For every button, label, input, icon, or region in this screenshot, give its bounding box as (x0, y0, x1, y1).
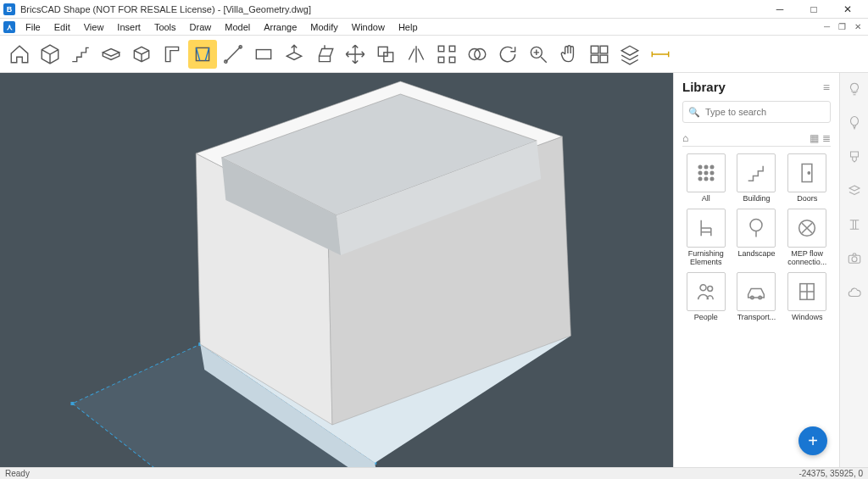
minimize-button[interactable]: ─ (763, 0, 797, 19)
components-icon[interactable] (585, 40, 614, 69)
library-item-landscape[interactable]: Landscape (733, 209, 781, 267)
svg-rect-14 (600, 46, 608, 53)
library-item-all[interactable]: All (682, 153, 730, 203)
svg-rect-9 (449, 57, 455, 63)
chair-icon (687, 209, 726, 248)
menu-draw[interactable]: Draw (183, 20, 219, 34)
camera-icon[interactable] (845, 249, 864, 268)
doc-icon: ⋏ (3, 21, 15, 33)
svg-point-36 (698, 177, 702, 181)
grid-icon (687, 153, 726, 192)
mirror-icon[interactable] (402, 40, 431, 69)
box-icon[interactable] (127, 40, 156, 69)
menu-edit[interactable]: Edit (47, 20, 77, 34)
svg-point-44 (708, 286, 713, 291)
cube-iso-icon[interactable] (36, 40, 64, 69)
svg-point-40 (808, 172, 810, 174)
circle-cross-icon (787, 209, 826, 248)
library-item-building[interactable]: Building (733, 153, 781, 203)
rotate-icon[interactable] (493, 40, 522, 69)
svg-point-33 (698, 171, 702, 175)
extrude-icon[interactable] (310, 40, 339, 69)
titlebar: B BricsCAD Shape (NOT FOR RESALE License… (0, 0, 868, 19)
viewport-3d[interactable]: 4800 2750 (0, 73, 673, 467)
library-title: Library (682, 80, 726, 94)
svg-point-50 (852, 257, 857, 262)
menu-help[interactable]: Help (392, 20, 425, 34)
window-icon (787, 272, 826, 311)
svg-rect-18 (70, 402, 74, 405)
status-coords: -24375, 35925, 0 (798, 469, 863, 478)
menu-tools[interactable]: Tools (147, 20, 183, 34)
slab-icon[interactable] (97, 40, 125, 69)
svg-rect-6 (438, 46, 444, 52)
array-icon[interactable] (432, 40, 461, 69)
panel-menu-icon[interactable]: ≡ (823, 81, 831, 94)
library-grid: All Building Doors Furnishing Elements L… (682, 153, 831, 322)
copy-icon[interactable] (371, 40, 400, 69)
menu-file[interactable]: File (19, 20, 47, 34)
stairs-icon[interactable] (66, 40, 95, 69)
library-item-people[interactable]: People (682, 272, 730, 322)
library-search[interactable]: 🔍 (682, 101, 831, 123)
zoom-icon[interactable] (524, 40, 553, 69)
menu-model[interactable]: Model (218, 20, 257, 34)
close-button[interactable]: ✕ (831, 0, 865, 19)
layers-icon[interactable] (615, 40, 644, 69)
statusbar: Ready -24375, 35925, 0 (0, 467, 868, 479)
brush-icon[interactable] (845, 148, 864, 166)
svg-rect-13 (591, 46, 598, 53)
maximize-button[interactable]: □ (797, 0, 831, 19)
library-panel: Library ≡ 🔍 ⌂ ▦ ≣ All Building (673, 73, 839, 467)
mdi-restore-icon[interactable]: ❐ (838, 22, 846, 31)
svg-point-48 (850, 117, 858, 126)
view-grid-icon[interactable]: ▦ (810, 132, 819, 144)
ibeam-icon[interactable] (845, 215, 864, 234)
quickdraw-icon[interactable] (188, 40, 217, 69)
people-icon (687, 272, 726, 311)
union-icon[interactable] (463, 40, 492, 69)
bulb-icon[interactable] (845, 80, 864, 98)
library-item-windows[interactable]: Windows (783, 272, 831, 322)
menu-window[interactable]: Window (345, 20, 392, 34)
svg-point-30 (698, 165, 702, 169)
home-icon[interactable] (5, 40, 34, 69)
svg-rect-15 (591, 55, 598, 63)
add-component-button[interactable]: + (798, 426, 827, 455)
balloon-icon[interactable] (845, 114, 864, 132)
pan-icon[interactable] (554, 40, 583, 69)
layers-rail-icon[interactable] (845, 181, 864, 200)
search-input[interactable] (705, 107, 825, 117)
svg-rect-4 (378, 47, 387, 56)
library-item-mep[interactable]: MEP flow connectio... (783, 209, 831, 267)
mdi-minimize-icon[interactable]: ─ (824, 22, 830, 31)
move-icon[interactable] (341, 40, 370, 69)
library-item-doors[interactable]: Doors (783, 153, 831, 203)
pushpull-icon[interactable] (280, 40, 309, 69)
svg-point-37 (704, 177, 708, 181)
status-text: Ready (5, 469, 30, 478)
menubar: ⋏ File Edit View Insert Tools Draw Model… (0, 19, 868, 36)
cloud-icon[interactable] (845, 283, 864, 302)
measure-icon[interactable] (646, 40, 675, 69)
svg-rect-16 (600, 55, 608, 63)
mdi-close-icon[interactable]: ✕ (854, 22, 861, 31)
view-list-icon[interactable]: ≣ (822, 132, 831, 144)
svg-point-34 (704, 171, 708, 175)
menu-view[interactable]: View (77, 20, 111, 34)
menu-insert[interactable]: Insert (110, 20, 147, 34)
svg-rect-7 (449, 46, 455, 52)
rectangle-icon[interactable] (249, 40, 278, 69)
library-home-icon[interactable]: ⌂ (682, 132, 688, 144)
library-item-transport[interactable]: Transport... (733, 272, 781, 322)
line-icon[interactable] (219, 40, 248, 69)
menu-arrange[interactable]: Arrange (257, 20, 303, 34)
stairs-icon (737, 153, 776, 192)
svg-point-32 (710, 165, 714, 169)
profile-icon[interactable] (158, 40, 186, 69)
car-icon (737, 272, 776, 311)
menu-modify[interactable]: Modify (303, 20, 344, 34)
svg-rect-3 (256, 49, 270, 58)
window-title: BricsCAD Shape (NOT FOR RESALE License) … (20, 4, 311, 14)
library-item-furnishing[interactable]: Furnishing Elements (682, 209, 730, 267)
